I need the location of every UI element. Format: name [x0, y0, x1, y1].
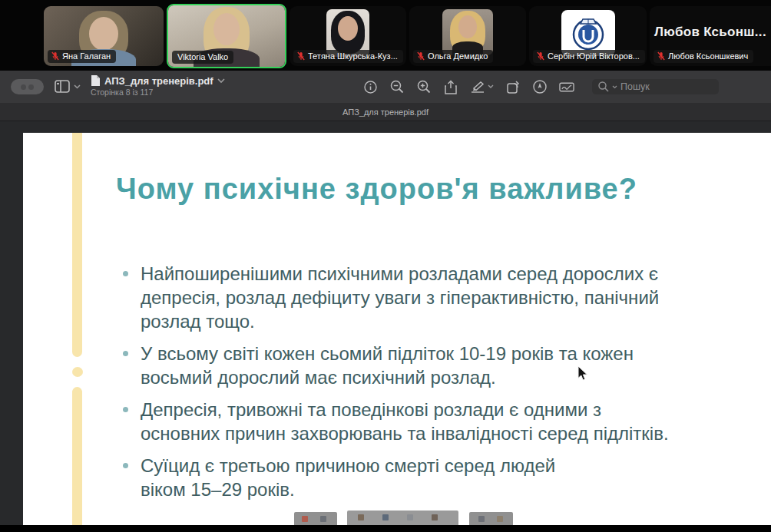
sidebar-toggle[interactable] [55, 80, 81, 93]
participant-tile-olga-demydko[interactable]: Ольга Демидко [409, 6, 526, 66]
participant-name-tag: Тетяна Шкурська-Куз... [293, 50, 403, 63]
slide-bullet: Найпоширенішими психічними розладами сер… [121, 262, 728, 333]
university-logo [561, 10, 615, 56]
document-tab-bar: АПЗ_для тренерів.pdf [0, 103, 771, 121]
slide-bullet-list: Найпоширенішими психічними розладами сер… [121, 262, 728, 510]
avatar-silhouette [338, 16, 358, 41]
mouse-cursor [577, 365, 589, 382]
participant-tile-viktoria-valko[interactable]: Viktoria Valko [167, 4, 286, 68]
slide-title: Чому психічне здоров'я важливе? [116, 173, 730, 206]
info-icon[interactable] [362, 79, 378, 94]
document-title-block[interactable]: АПЗ_для тренерів.pdf Сторінка 8 із 117 [91, 74, 225, 97]
video-participant-strip: Яна Галаган Viktoria Valko [0, 0, 771, 71]
slide-bullet-text: У всьому світі кожен сьомий підліток 10-… [141, 343, 634, 388]
preview-toolbar: АПЗ_для тренерів.pdf Сторінка 8 із 117 [0, 71, 771, 103]
window-fragment[interactable] [294, 512, 337, 525]
avatar-silhouette [458, 15, 477, 38]
mic-muted-icon [51, 51, 59, 61]
decorative-stripe-dot [72, 367, 83, 377]
bottom-black-bar [0, 525, 771, 532]
participant-tile-lyubov[interactable]: Любов Ксьонш... Любов Ксьоншкевич [650, 6, 771, 66]
participant-name: Ольга Демидко [428, 51, 488, 61]
participant-name-tag: Любов Ксьоншкевич [654, 50, 753, 63]
participant-name-tag: Яна Галаган [48, 50, 116, 63]
slide-bullet-text: Найпоширенішими психічними розладами сер… [141, 263, 659, 332]
screen: Яна Галаган Viktoria Valko [0, 0, 771, 532]
participant-name: Тетяна Шкурська-Куз... [308, 51, 398, 61]
slide-bullet: У всьому світі кожен сьомий підліток 10-… [121, 342, 728, 389]
participant-name-tag: Viktoria Valko [172, 51, 233, 64]
mic-muted-icon [417, 51, 425, 61]
chevron-down-icon [217, 78, 225, 84]
slide-bullet-text: Суїцид є третьою причиною смерті серед л… [141, 455, 555, 500]
search-icon [598, 81, 609, 92]
participant-name: Сербін Юрій Вікторов... [548, 51, 640, 61]
sidebar-panel-icon [55, 80, 70, 93]
search-input[interactable] [620, 81, 713, 92]
zoom-in-icon[interactable] [416, 79, 432, 94]
decorative-stripe [72, 387, 82, 526]
mic-muted-icon [297, 51, 305, 61]
mic-muted-icon [657, 51, 665, 61]
slide-page: Чому психічне здоров'я важливе? Найпошир… [23, 133, 771, 526]
markup-control[interactable] [470, 79, 494, 94]
window-fragment[interactable] [347, 511, 458, 525]
participant-tile-serbin-yuriy[interactable]: Сербін Юрій Вікторов... [529, 6, 647, 66]
document-filename: АПЗ_для тренерів.pdf [104, 75, 213, 87]
participant-name: Яна Галаган [62, 51, 111, 61]
tab-document-title[interactable]: АПЗ_для тренерів.pdf [342, 107, 429, 117]
slide-bullet: Суїцид є третьою причиною смерті серед л… [121, 454, 728, 501]
share-icon[interactable] [443, 79, 458, 94]
participant-tile-yana-galagan[interactable]: Яна Галаган [44, 6, 164, 66]
search-field[interactable] [592, 79, 719, 94]
pdf-viewport[interactable]: Чому психічне здоров'я важливе? Найпошир… [0, 121, 771, 526]
window-controls[interactable] [11, 79, 44, 94]
form-sign-icon[interactable] [559, 79, 574, 94]
markup-pencil-icon [470, 79, 485, 94]
mic-muted-icon [537, 51, 544, 61]
participant-name: Любов Ксьоншкевич [668, 51, 748, 61]
slide-bullet: Депресія, тривожні та поведінкові розлад… [121, 398, 728, 445]
participant-name-tag: Сербін Юрій Вікторов... [533, 50, 645, 63]
participant-name: Viktoria Valko [177, 52, 228, 61]
slide-bullet-text: Депресія, тривожні та поведінкові розлад… [141, 399, 669, 444]
document-icon [91, 74, 101, 87]
window-fragment[interactable] [469, 512, 513, 525]
rotate-icon[interactable] [505, 79, 521, 94]
highlighter-icon[interactable] [532, 79, 548, 94]
participant-tile-tetyana[interactable]: Тетяна Шкурська-Куз... [290, 6, 406, 66]
participant-name-tag: Ольга Демидко [413, 50, 493, 63]
avatar-silhouette [213, 13, 240, 45]
chevron-down-icon [488, 84, 494, 89]
page-status: Сторінка 8 із 117 [91, 88, 225, 97]
zoom-out-icon[interactable] [389, 79, 405, 94]
chevron-down-icon [612, 85, 617, 89]
chevron-down-icon [74, 84, 81, 89]
participant-avatar [442, 9, 493, 55]
avatar-silhouette [89, 17, 118, 51]
decorative-stripe [72, 133, 82, 357]
